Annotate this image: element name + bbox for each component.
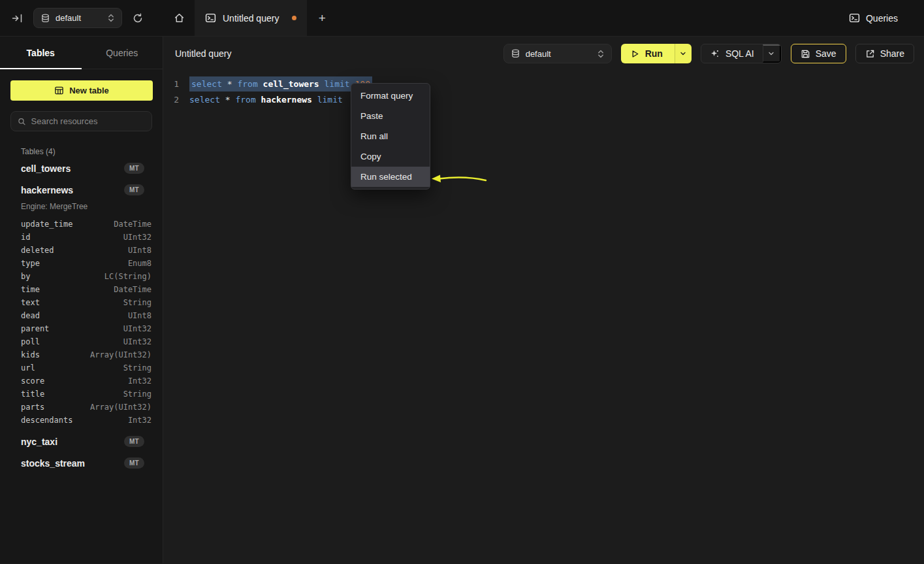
engine-label: Engine: MergeTree <box>21 202 163 211</box>
refresh-icon <box>133 13 143 24</box>
table-row-cell-towers[interactable]: cell_towers MT <box>0 158 163 179</box>
column-row: urlString <box>0 361 163 374</box>
topbar-database-selector[interactable]: default <box>33 8 122 28</box>
code-text: select * from hackernews limit <box>189 95 343 105</box>
table-name: cell_towers <box>21 163 71 174</box>
editor-context-menu: Format query Paste Run all Copy Run sele… <box>351 83 430 190</box>
sparkle-icon <box>710 49 720 59</box>
column-row: descendantsInt32 <box>0 414 163 427</box>
column-name: poll <box>21 337 40 346</box>
sql-ai-button-group: SQL AI <box>701 44 782 63</box>
sql-ai-button[interactable]: SQL AI <box>701 44 763 63</box>
column-type: Enum8 <box>128 259 151 268</box>
app-root: default Untitled query + Queries <box>0 0 924 564</box>
table-name: hackernews <box>21 185 73 195</box>
sql-editor[interactable]: 1 select * from cell_towers limit 100 2 … <box>163 71 924 563</box>
column-type: UInt32 <box>123 337 151 346</box>
share-button[interactable]: Share <box>855 44 914 63</box>
tab-untitled-query[interactable]: Untitled query <box>195 0 307 36</box>
table-grid-icon <box>54 86 64 95</box>
sql-ai-button-label: SQL AI <box>725 48 754 59</box>
refresh-button[interactable] <box>131 12 144 25</box>
sidebar: Tables Queries New table Tables (4) cell… <box>0 37 163 563</box>
tables-section-label: Tables (4) <box>21 147 163 156</box>
topbar-database-value: default <box>56 13 102 23</box>
topbar-spacer <box>337 0 849 36</box>
queries-icon <box>849 12 860 24</box>
column-row: textString <box>0 296 163 309</box>
editor-database-selector[interactable]: default <box>503 44 612 63</box>
column-row: scoreInt32 <box>0 374 163 388</box>
new-table-button-label: New table <box>69 86 109 95</box>
column-name: type <box>21 259 40 268</box>
menu-item-paste[interactable]: Paste <box>351 106 430 126</box>
sidebar-tab-queries[interactable]: Queries <box>82 37 163 69</box>
table-row-stocks-stream[interactable]: stocks_stream MT <box>0 452 163 474</box>
column-name: parent <box>21 324 49 333</box>
new-table-button[interactable]: New table <box>10 80 153 101</box>
table-row-hackernews[interactable]: hackernews MT <box>0 179 163 201</box>
query-header-controls: default Run <box>503 44 914 63</box>
column-type: UInt32 <box>123 233 151 242</box>
column-type: Int32 <box>128 376 151 386</box>
column-type: UInt8 <box>128 311 151 320</box>
chevron-down-icon <box>679 50 687 58</box>
search-input[interactable] <box>31 116 145 126</box>
editor-database-value: default <box>526 49 592 59</box>
query-title: Untitled query <box>175 48 231 59</box>
column-name: time <box>21 285 40 294</box>
editor-line-2: 2 select * from hackernews limit <box>174 91 924 107</box>
menu-item-copy[interactable]: Copy <box>351 146 430 167</box>
run-button-label: Run <box>645 48 663 59</box>
queries-button[interactable]: Queries <box>849 0 924 36</box>
line-number: 1 <box>174 79 179 89</box>
console-tab-icon <box>205 12 216 24</box>
column-type: UInt32 <box>123 324 151 333</box>
engine-badge: MT <box>124 184 144 195</box>
sidebar-collapse-icon <box>12 13 23 24</box>
column-row: titleString <box>0 388 163 401</box>
column-type: DateTime <box>114 285 151 294</box>
sql-ai-options-button[interactable] <box>763 44 781 63</box>
save-button[interactable]: Save <box>791 44 846 63</box>
column-row: kidsArray(UInt32) <box>0 348 163 361</box>
chevron-updown-icon <box>597 49 605 59</box>
column-name: kids <box>21 350 40 359</box>
run-options-button[interactable] <box>675 44 692 63</box>
column-type: Array(UInt32) <box>90 403 151 412</box>
column-name: descendants <box>21 416 72 425</box>
engine-badge: MT <box>124 163 144 174</box>
sql-keyword: limit <box>325 79 350 89</box>
topbar-tabs: Untitled query + <box>163 0 337 36</box>
column-name: by <box>21 272 30 281</box>
column-name: parts <box>21 403 44 412</box>
engine-badge: MT <box>124 457 144 469</box>
column-name: update_time <box>21 220 72 229</box>
search-icon <box>18 117 26 126</box>
column-type: DateTime <box>114 220 151 229</box>
run-button[interactable]: Run <box>621 44 675 63</box>
sidebar-tab-tables[interactable]: Tables <box>0 37 82 69</box>
home-icon <box>174 12 185 24</box>
menu-item-run-selected[interactable]: Run selected <box>351 167 430 187</box>
table-row-nyc-taxi[interactable]: nyc_taxi MT <box>0 431 163 452</box>
table-list: cell_towers MT hackernews MT Engine: Mer… <box>0 158 163 474</box>
database-icon <box>511 48 520 59</box>
column-type: String <box>123 363 151 373</box>
selected-text: select * from cell_towers limit 100 <box>189 76 372 91</box>
column-row: deletedUInt8 <box>0 244 163 257</box>
column-name: id <box>21 233 30 242</box>
unsaved-indicator-dot <box>292 16 296 20</box>
column-row: timeDateTime <box>0 283 163 296</box>
topbar-left: default <box>0 0 163 36</box>
column-row: typeEnum8 <box>0 257 163 270</box>
column-list: update_timeDateTime idUInt32 deletedUInt… <box>0 218 163 427</box>
new-tab-button[interactable]: + <box>307 0 337 36</box>
menu-item-format-query[interactable]: Format query <box>351 86 430 106</box>
tab-home[interactable] <box>163 0 195 36</box>
menu-item-run-all[interactable]: Run all <box>351 126 430 146</box>
sidebar-collapse-button[interactable] <box>10 12 24 25</box>
play-icon <box>630 49 640 59</box>
database-icon <box>40 13 50 24</box>
save-icon <box>801 49 810 59</box>
